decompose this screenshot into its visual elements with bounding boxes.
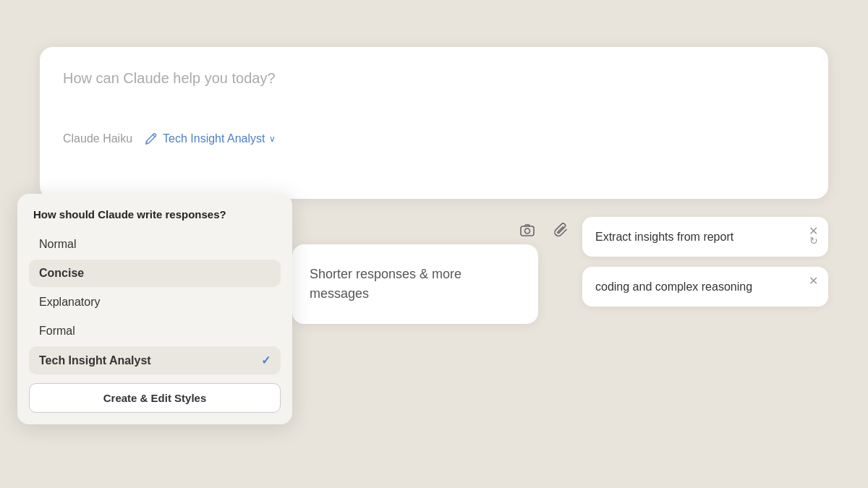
chevron-down-icon: ∨ [269, 134, 276, 144]
dropdown-item-concise[interactable]: Concise [29, 260, 281, 287]
attach-icon [553, 225, 569, 241]
suggestion-card-1-refresh[interactable]: ↻ [809, 234, 818, 248]
description-text: Shorter responses & more messages [310, 267, 461, 301]
dropdown-items-list: Normal Concise Explanatory Formal Tech I… [29, 231, 281, 374]
action-icons-container [516, 219, 571, 244]
suggestion-cards-panel: Extract insights from report ✕ ↻ coding … [582, 217, 828, 307]
style-name-label: Tech Insight Analyst [163, 132, 265, 145]
svg-rect-0 [521, 226, 534, 236]
suggestion-card-2: coding and complex reasoning ✕ [582, 267, 828, 307]
dropdown-item-label-normal: Normal [39, 238, 77, 251]
card-footer: Claude Haiku Tech Insight Analyst ∨ [63, 130, 805, 147]
suggestion-card-2-close[interactable]: ✕ [809, 275, 818, 287]
main-placeholder-text: How can Claude help you today? [63, 70, 805, 87]
camera-button[interactable] [516, 219, 538, 244]
claude-text: Claude [63, 132, 100, 145]
dropdown-item-explanatory[interactable]: Explanatory [29, 288, 281, 316]
style-dropdown-panel: How should Claude write responses? Norma… [17, 194, 292, 424]
attach-button[interactable] [550, 219, 571, 244]
main-input-card: How can Claude help you today? Claude Ha… [40, 47, 828, 199]
model-label: Claude Haiku [63, 132, 132, 145]
suggestion-card-1-text: Extract insights from report [595, 231, 733, 243]
model-variant: Haiku [103, 132, 132, 145]
style-pen-icon [144, 132, 158, 146]
dropdown-item-label-concise: Concise [39, 267, 84, 280]
dropdown-item-label-formal: Formal [39, 325, 75, 338]
suggestion-card-2-text: coding and complex reasoning [595, 281, 752, 293]
style-selector-button[interactable]: Tech Insight Analyst ∨ [140, 130, 280, 147]
dropdown-item-label-tech-insight: Tech Insight Analyst [39, 354, 151, 367]
style-description-panel: Shorter responses & more messages [292, 244, 538, 324]
dropdown-item-tech-insight[interactable]: Tech Insight Analyst ✓ [29, 346, 281, 374]
dropdown-item-normal[interactable]: Normal [29, 231, 281, 258]
dropdown-header: How should Claude write responses? [29, 208, 281, 221]
svg-point-1 [525, 228, 530, 234]
suggestion-card-1: Extract insights from report ✕ ↻ [582, 217, 828, 257]
dropdown-item-label-explanatory: Explanatory [39, 296, 101, 309]
dropdown-item-formal[interactable]: Formal [29, 317, 281, 345]
camera-icon [519, 225, 535, 241]
checkmark-icon: ✓ [261, 354, 271, 367]
create-edit-styles-button[interactable]: Create & Edit Styles [29, 383, 281, 413]
